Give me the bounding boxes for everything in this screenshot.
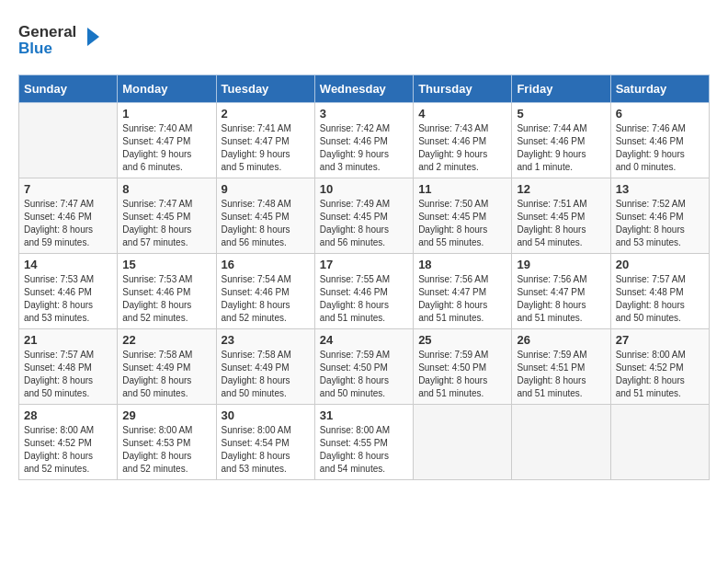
calendar-cell: 22Sunrise: 7:58 AM Sunset: 4:49 PM Dayli…	[118, 329, 216, 405]
day-number: 13	[616, 182, 704, 196]
calendar-week-5: 28Sunrise: 8:00 AM Sunset: 4:52 PM Dayli…	[19, 405, 710, 480]
calendar-cell: 30Sunrise: 8:00 AM Sunset: 4:54 PM Dayli…	[216, 405, 314, 480]
calendar-cell: 4Sunrise: 7:43 AM Sunset: 4:46 PM Daylig…	[414, 103, 512, 178]
weekday-header-saturday: Saturday	[610, 75, 709, 103]
day-info: Sunrise: 7:58 AM Sunset: 4:49 PM Dayligh…	[122, 349, 210, 400]
calendar-cell: 3Sunrise: 7:42 AM Sunset: 4:46 PM Daylig…	[314, 103, 413, 178]
day-number: 11	[418, 182, 506, 196]
weekday-header-friday: Friday	[512, 75, 610, 103]
day-info: Sunrise: 7:59 AM Sunset: 4:50 PM Dayligh…	[418, 349, 506, 400]
weekday-header-row: SundayMondayTuesdayWednesdayThursdayFrid…	[19, 75, 710, 103]
day-number: 2	[222, 107, 310, 121]
day-info: Sunrise: 7:43 AM Sunset: 4:46 PM Dayligh…	[418, 122, 506, 174]
calendar-cell	[512, 405, 610, 480]
day-info: Sunrise: 7:50 AM Sunset: 4:45 PM Dayligh…	[418, 198, 506, 249]
calendar-cell: 6Sunrise: 7:46 AM Sunset: 4:46 PM Daylig…	[610, 103, 709, 178]
day-info: Sunrise: 7:52 AM Sunset: 4:46 PM Dayligh…	[616, 198, 704, 249]
weekday-header-tuesday: Tuesday	[216, 75, 314, 103]
calendar-cell: 13Sunrise: 7:52 AM Sunset: 4:46 PM Dayli…	[610, 178, 709, 254]
day-info: Sunrise: 7:41 AM Sunset: 4:47 PM Dayligh…	[222, 122, 310, 174]
weekday-header-monday: Monday	[118, 75, 216, 103]
calendar-cell: 23Sunrise: 7:58 AM Sunset: 4:49 PM Dayli…	[216, 329, 314, 405]
calendar-cell: 15Sunrise: 7:53 AM Sunset: 4:46 PM Dayli…	[118, 254, 216, 329]
day-info: Sunrise: 7:56 AM Sunset: 4:47 PM Dayligh…	[418, 273, 506, 325]
day-info: Sunrise: 7:55 AM Sunset: 4:46 PM Dayligh…	[320, 273, 408, 325]
day-number: 16	[222, 258, 310, 271]
day-number: 5	[517, 107, 605, 121]
day-number: 14	[24, 258, 112, 271]
calendar-cell: 29Sunrise: 8:00 AM Sunset: 4:53 PM Dayli…	[118, 405, 216, 480]
calendar-table: SundayMondayTuesdayWednesdayThursdayFrid…	[18, 75, 710, 480]
day-info: Sunrise: 7:59 AM Sunset: 4:51 PM Dayligh…	[517, 349, 605, 400]
calendar-cell: 21Sunrise: 7:57 AM Sunset: 4:48 PM Dayli…	[19, 329, 118, 405]
day-number: 7	[24, 182, 112, 196]
day-info: Sunrise: 7:40 AM Sunset: 4:47 PM Dayligh…	[122, 122, 210, 174]
day-number: 8	[122, 182, 210, 196]
day-number: 29	[122, 408, 210, 422]
svg-marker-2	[87, 28, 99, 46]
calendar-week-1: 1Sunrise: 7:40 AM Sunset: 4:47 PM Daylig…	[19, 103, 710, 178]
day-info: Sunrise: 8:00 AM Sunset: 4:52 PM Dayligh…	[616, 349, 704, 400]
day-info: Sunrise: 7:47 AM Sunset: 4:46 PM Dayligh…	[24, 198, 112, 249]
calendar-cell	[610, 405, 709, 480]
day-number: 28	[24, 408, 112, 422]
day-info: Sunrise: 7:54 AM Sunset: 4:46 PM Dayligh…	[222, 273, 310, 325]
day-number: 26	[517, 333, 605, 347]
page-header: GeneralBlue	[18, 18, 710, 60]
day-number: 20	[616, 258, 704, 271]
calendar-cell: 9Sunrise: 7:48 AM Sunset: 4:45 PM Daylig…	[216, 178, 314, 254]
weekday-header-thursday: Thursday	[414, 75, 512, 103]
day-info: Sunrise: 7:53 AM Sunset: 4:46 PM Dayligh…	[24, 273, 112, 325]
day-info: Sunrise: 8:00 AM Sunset: 4:55 PM Dayligh…	[320, 424, 408, 476]
day-number: 31	[320, 408, 408, 422]
day-number: 27	[616, 333, 704, 347]
day-info: Sunrise: 8:00 AM Sunset: 4:52 PM Dayligh…	[24, 424, 112, 476]
calendar-week-3: 14Sunrise: 7:53 AM Sunset: 4:46 PM Dayli…	[19, 254, 710, 329]
weekday-header-sunday: Sunday	[19, 75, 118, 103]
calendar-cell: 16Sunrise: 7:54 AM Sunset: 4:46 PM Dayli…	[216, 254, 314, 329]
calendar-cell: 24Sunrise: 7:59 AM Sunset: 4:50 PM Dayli…	[314, 329, 413, 405]
day-number: 25	[418, 333, 506, 347]
calendar-cell: 1Sunrise: 7:40 AM Sunset: 4:47 PM Daylig…	[118, 103, 216, 178]
calendar-cell: 10Sunrise: 7:49 AM Sunset: 4:45 PM Dayli…	[314, 178, 413, 254]
logo-svg: GeneralBlue	[18, 18, 110, 60]
day-number: 6	[616, 107, 704, 121]
day-info: Sunrise: 7:44 AM Sunset: 4:46 PM Dayligh…	[517, 122, 605, 174]
logo: GeneralBlue	[18, 18, 110, 60]
day-number: 9	[222, 182, 310, 196]
calendar-cell: 26Sunrise: 7:59 AM Sunset: 4:51 PM Dayli…	[512, 329, 610, 405]
day-info: Sunrise: 7:56 AM Sunset: 4:47 PM Dayligh…	[517, 273, 605, 325]
day-number: 1	[122, 107, 210, 121]
calendar-week-2: 7Sunrise: 7:47 AM Sunset: 4:46 PM Daylig…	[19, 178, 710, 254]
day-info: Sunrise: 7:51 AM Sunset: 4:45 PM Dayligh…	[517, 198, 605, 249]
calendar-cell	[414, 405, 512, 480]
day-info: Sunrise: 7:46 AM Sunset: 4:46 PM Dayligh…	[616, 122, 704, 174]
calendar-cell: 17Sunrise: 7:55 AM Sunset: 4:46 PM Dayli…	[314, 254, 413, 329]
svg-text:Blue: Blue	[18, 40, 52, 57]
day-number: 3	[320, 107, 408, 121]
calendar-cell: 31Sunrise: 8:00 AM Sunset: 4:55 PM Dayli…	[314, 405, 413, 480]
day-number: 12	[517, 182, 605, 196]
calendar-cell: 2Sunrise: 7:41 AM Sunset: 4:47 PM Daylig…	[216, 103, 314, 178]
day-info: Sunrise: 7:49 AM Sunset: 4:45 PM Dayligh…	[320, 198, 408, 249]
weekday-header-wednesday: Wednesday	[314, 75, 413, 103]
day-info: Sunrise: 7:58 AM Sunset: 4:49 PM Dayligh…	[222, 349, 310, 400]
day-info: Sunrise: 7:48 AM Sunset: 4:45 PM Dayligh…	[222, 198, 310, 249]
calendar-cell: 27Sunrise: 8:00 AM Sunset: 4:52 PM Dayli…	[610, 329, 709, 405]
day-info: Sunrise: 7:57 AM Sunset: 4:48 PM Dayligh…	[24, 349, 112, 400]
day-number: 30	[222, 408, 310, 422]
day-number: 21	[24, 333, 112, 347]
calendar-cell: 14Sunrise: 7:53 AM Sunset: 4:46 PM Dayli…	[19, 254, 118, 329]
calendar-cell: 20Sunrise: 7:57 AM Sunset: 4:48 PM Dayli…	[610, 254, 709, 329]
day-number: 17	[320, 258, 408, 271]
day-info: Sunrise: 8:00 AM Sunset: 4:53 PM Dayligh…	[122, 424, 210, 476]
day-number: 10	[320, 182, 408, 196]
day-number: 23	[222, 333, 310, 347]
day-info: Sunrise: 7:57 AM Sunset: 4:48 PM Dayligh…	[616, 273, 704, 325]
calendar-cell: 28Sunrise: 8:00 AM Sunset: 4:52 PM Dayli…	[19, 405, 118, 480]
calendar-cell: 18Sunrise: 7:56 AM Sunset: 4:47 PM Dayli…	[414, 254, 512, 329]
day-info: Sunrise: 8:00 AM Sunset: 4:54 PM Dayligh…	[222, 424, 310, 476]
day-info: Sunrise: 7:47 AM Sunset: 4:45 PM Dayligh…	[122, 198, 210, 249]
day-number: 24	[320, 333, 408, 347]
calendar-body: 1Sunrise: 7:40 AM Sunset: 4:47 PM Daylig…	[19, 103, 710, 480]
